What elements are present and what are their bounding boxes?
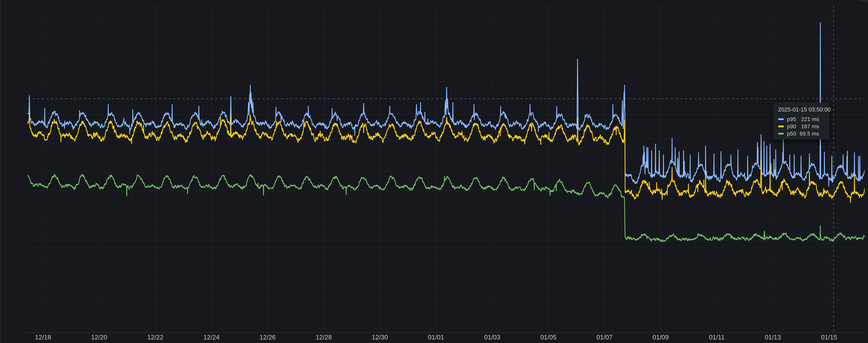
- tooltip-series-value: 69.5 ms: [800, 131, 819, 137]
- p95-series-swatch-icon: [778, 118, 784, 120]
- x-tick-label: 12/26: [259, 334, 276, 341]
- panel-corner-widget: [860, 0, 868, 2]
- x-tick-label: 12/30: [372, 334, 388, 341]
- x-tick-label: 12/18: [35, 334, 51, 341]
- x-tick-label: 01/11: [709, 334, 724, 341]
- x-tick-label: 12/22: [147, 334, 163, 341]
- tooltip-series-value: 221 ms: [801, 116, 819, 122]
- tooltip-series-label: p95: [787, 116, 796, 122]
- x-tick-label: 12/24: [204, 334, 220, 341]
- x-tick-label: 12/28: [316, 334, 332, 341]
- tooltip-timestamp: 2025-01-15 03:50:00: [778, 106, 825, 113]
- tooltip-series-label: p50: [787, 131, 796, 137]
- x-tick-label: 01/01: [428, 334, 444, 341]
- tooltip-row-p90: p90 167 ms: [778, 123, 825, 130]
- x-tick-label: 01/09: [653, 334, 669, 341]
- x-tick-label: 01/07: [596, 334, 613, 341]
- tooltip-series-value: 167 ms: [801, 123, 819, 130]
- latency-timeseries-panel: { "panel": { "background": "#16181d", "t…: [0, 0, 868, 343]
- p90-series-swatch-icon: [778, 126, 784, 127]
- hover-tooltip: 2025-01-15 03:50:00 p95 221 ms p90 167 m…: [774, 103, 829, 139]
- x-tick-label: 01/05: [540, 334, 557, 341]
- tooltip-row-p50: p50 69.5 ms: [778, 130, 825, 137]
- tooltip-row-p95: p95 221 ms: [778, 116, 825, 123]
- p50-series-swatch-icon: [778, 133, 784, 134]
- x-axis: 12/1812/2012/2212/2412/2612/2812/3001/01…: [0, 0, 868, 343]
- tooltip-series-label: p90: [787, 123, 796, 130]
- x-tick-label: 12/20: [91, 334, 107, 341]
- x-tick-label: 01/15: [821, 334, 837, 341]
- x-tick-label: 01/03: [484, 334, 500, 341]
- x-tick-label: 01/13: [765, 334, 781, 341]
